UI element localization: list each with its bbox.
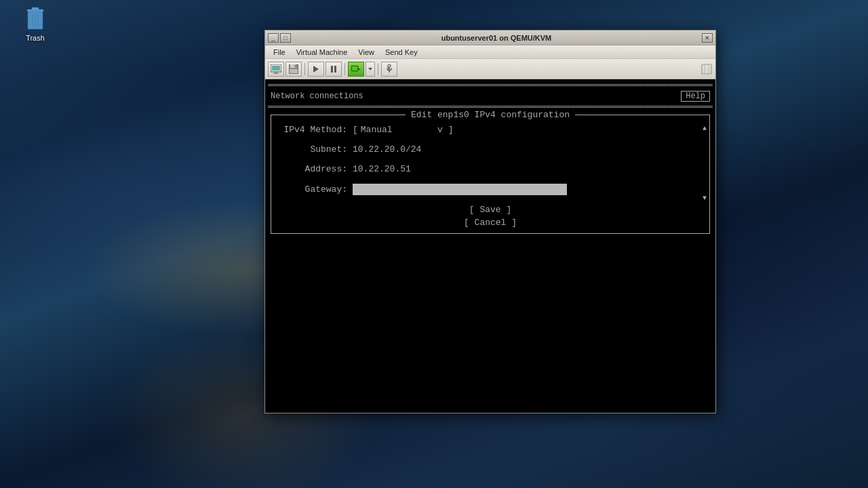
field-ipv4-method: IPv4 Method: [ Manual v ] [274, 125, 707, 135]
address-label: Address: [279, 164, 347, 174]
dialog-buttons: [ Save ] [ Cancel ] [274, 205, 707, 228]
close-button[interactable]: ✕ [702, 33, 713, 43]
svg-rect-9 [273, 73, 279, 74]
vm-window: _ □ ubuntuserver01 on QEMU/KVM ✕ File Vi… [264, 30, 716, 413]
svg-marker-19 [358, 68, 361, 70]
svg-marker-20 [368, 68, 372, 70]
address-value: 10.22.20.51 [353, 164, 411, 174]
field-address: Address: 10.22.20.51 [274, 164, 707, 174]
menu-file[interactable]: File [268, 47, 291, 57]
svg-rect-15 [331, 66, 333, 73]
nc-title-row: Network connections Help [268, 90, 713, 102]
floppy-button[interactable] [285, 62, 302, 77]
ipv4-method-value[interactable]: [ Manual v ] [353, 125, 453, 135]
method-text: Manual [361, 125, 393, 135]
edit-dialog: Edit enp1s0 IPv4 configuration ▲ IPv4 Me… [271, 115, 710, 234]
gateway-input[interactable] [353, 184, 567, 195]
menu-send-key[interactable]: Send Key [380, 47, 423, 57]
title-bar: _ □ ubuntuserver01 on QEMU/KVM ✕ [265, 30, 715, 45]
menu-virtual-machine[interactable]: Virtual Machine [291, 47, 353, 57]
pause-button[interactable] [326, 62, 342, 77]
trash-label: Trash [26, 34, 45, 42]
svg-rect-8 [275, 72, 277, 73]
window-title: ubuntuserver01 on QEMU/KVM [291, 34, 702, 42]
svg-rect-12 [294, 65, 296, 67]
desktop: Trash _ □ ubuntuserver01 on QEMU/KVM ✕ F… [0, 0, 868, 488]
svg-rect-27 [702, 64, 711, 74]
trash-icon[interactable]: Trash [14, 5, 57, 42]
connect-button[interactable] [348, 62, 364, 77]
play-button[interactable] [308, 62, 324, 77]
svg-point-21 [388, 64, 391, 67]
toolbar-separator-1 [304, 63, 305, 75]
field-gateway: Gateway: [274, 184, 707, 195]
dashes-top: ════════════════════════════════════════… [268, 81, 713, 90]
menu-view[interactable]: View [353, 47, 380, 57]
scroll-up[interactable]: ▲ [703, 125, 707, 132]
svg-marker-14 [313, 66, 319, 73]
toolbar-separator-2 [344, 63, 345, 75]
nc-help-button[interactable]: Help [681, 91, 710, 102]
vm-content[interactable]: ════════════════════════════════════════… [265, 79, 715, 413]
save-button[interactable]: [ Save ] [469, 205, 511, 215]
field-subnet: Subnet: 10.22.20.0/24 [274, 144, 707, 155]
svg-rect-7 [272, 66, 280, 70]
nc-title-text: Network connections [271, 92, 363, 101]
maximize-button[interactable]: □ [280, 33, 291, 43]
dialog-title: Edit enp1s0 IPv4 configuration [406, 110, 575, 120]
menu-bar: File Virtual Machine View Send Key [265, 45, 715, 59]
usb-button[interactable] [381, 62, 397, 77]
ipv4-method-label: IPv4 Method: [279, 125, 347, 135]
toolbar [265, 59, 715, 79]
title-bar-controls: _ □ [268, 33, 291, 43]
dropdown-button[interactable] [366, 62, 375, 77]
subnet-label: Subnet: [279, 144, 347, 155]
scroll-down[interactable]: ▼ [703, 195, 707, 202]
close-control: ✕ [702, 33, 713, 43]
svg-rect-13 [290, 69, 298, 73]
minimize-button[interactable]: _ [268, 33, 279, 43]
gateway-label: Gateway: [279, 184, 347, 195]
svg-rect-18 [352, 66, 357, 70]
cancel-button[interactable]: [ Cancel ] [464, 218, 517, 228]
subnet-value: 10.22.20.0/24 [353, 144, 421, 155]
svg-rect-16 [334, 66, 336, 73]
trash-image [23, 5, 47, 33]
svg-rect-1 [32, 7, 39, 10]
toolbar-separator-3 [378, 63, 378, 75]
monitor-button[interactable] [268, 62, 284, 77]
resize-icon[interactable] [701, 63, 713, 75]
